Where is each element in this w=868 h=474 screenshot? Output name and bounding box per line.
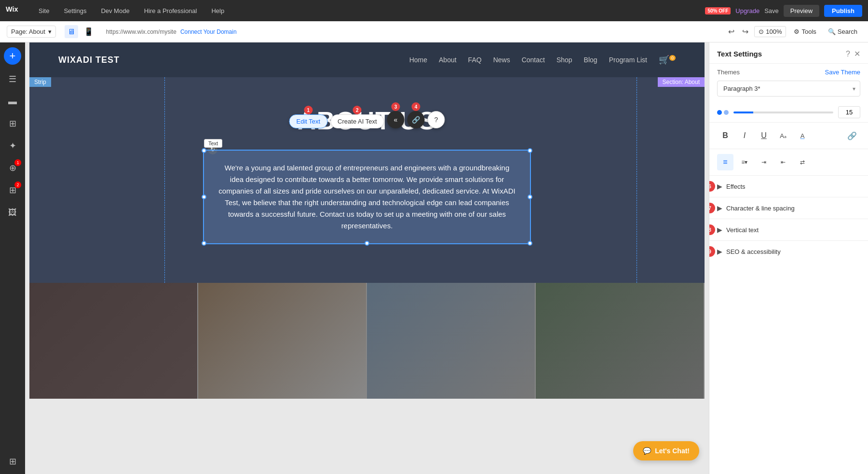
nav-contact[interactable]: Contact (522, 56, 545, 64)
nav-faq[interactable]: FAQ (468, 56, 482, 64)
device-icons: 🖥 📱 (65, 25, 96, 38)
upgrade-button[interactable]: Upgrade (735, 7, 760, 14)
resize-handle-top-left[interactable] (202, 148, 206, 153)
nav-site[interactable]: Site (36, 5, 52, 16)
nav-about[interactable]: About (439, 56, 457, 64)
resize-handle-middle-left[interactable] (202, 195, 206, 199)
url-text: https://www.wix.com/mysite (106, 28, 176, 35)
page-selector[interactable]: Page: About ▾ (7, 26, 56, 38)
resize-handle-bottom-right[interactable] (528, 241, 532, 246)
nav-shop[interactable]: Shop (556, 56, 572, 64)
resize-handle-bottom-left[interactable] (202, 241, 206, 246)
align-left-button[interactable]: ≡ (717, 154, 733, 170)
nav-news[interactable]: News (493, 56, 510, 64)
step-6-badge: 6 (709, 181, 715, 192)
cart-icon[interactable]: 🛒0 (659, 55, 676, 65)
color-dots (717, 110, 729, 115)
redo-button[interactable]: ↪ (740, 25, 750, 38)
strip-label: Strip (29, 77, 51, 87)
sidebar-apps-icon[interactable]: ⊞ 2 (3, 181, 22, 200)
resize-handle-top-right[interactable] (528, 148, 532, 153)
paragraph-selector[interactable]: Paragraph 3* (717, 81, 860, 97)
step-1-badge: 1 (304, 106, 312, 114)
sidebar-pages-icon[interactable]: ☰ (3, 70, 22, 89)
resize-handle-middle-right[interactable] (528, 195, 532, 199)
seo-accessibility-section[interactable]: 9 ▶ SEO & accessibility (709, 240, 868, 262)
font-size-row (709, 102, 868, 122)
edit-text-button[interactable]: Edit Text (289, 114, 327, 128)
nav-help[interactable]: Help (208, 5, 227, 16)
create-ai-text-button[interactable]: Create AI Text (330, 114, 384, 128)
page-name: Page: About (11, 28, 45, 35)
back-icon-button[interactable]: « (387, 111, 405, 128)
apps-badge: 2 (14, 181, 21, 188)
character-spacing-label: Character & line spacing (726, 205, 795, 212)
panel-close-button[interactable]: ✕ (854, 49, 860, 58)
help-icon-button[interactable]: ? (428, 111, 445, 128)
text-box-container[interactable]: We're a young and talented group of entr… (203, 150, 531, 244)
vertical-text-arrow-icon: ▶ (717, 226, 722, 234)
discount-badge: 50% OFF (705, 7, 731, 14)
nav-devmode[interactable]: Dev Mode (98, 5, 132, 16)
sidebar-media-icon[interactable]: ⊕ 1 (3, 158, 22, 178)
media-badge: 1 (14, 159, 21, 166)
add-element-button[interactable]: + (4, 47, 21, 65)
vertical-text-section[interactable]: 8 ▶ Vertical text (709, 219, 868, 240)
effects-section[interactable]: 6 ▶ Effects (709, 175, 868, 197)
nav-program-list[interactable]: Program List (609, 56, 647, 64)
save-theme-button[interactable]: Save Theme (825, 69, 860, 76)
publish-button[interactable]: Publish (824, 5, 862, 17)
highlight-button[interactable]: A (794, 127, 811, 144)
seo-arrow-icon: ▶ (717, 248, 722, 255)
undo-button[interactable]: ↩ (726, 25, 736, 38)
indent-increase-button[interactable]: ⇥ (756, 154, 772, 170)
section-about-label: Section: About (658, 77, 705, 87)
list-button[interactable]: ≡▾ (736, 154, 753, 170)
panel-help-button[interactable]: ? (846, 49, 850, 58)
panel-title: Text Settings (717, 50, 762, 58)
zoom-display[interactable]: ⊙ 100% (754, 26, 786, 37)
mobile-device-button[interactable]: 📱 (81, 25, 96, 38)
site-logo: WIXADI TEST (58, 55, 120, 65)
themes-label: Themes (717, 69, 740, 76)
sidebar-image-icon[interactable]: 🖼 (3, 203, 22, 222)
italic-button[interactable]: I (736, 127, 753, 144)
search-button[interactable]: 🔍 Search (824, 26, 861, 37)
character-spacing-section[interactable]: 7 ▶ Character & line spacing (709, 197, 868, 219)
resize-handle-bottom-middle[interactable] (365, 241, 369, 246)
font-size-input[interactable] (838, 106, 860, 118)
site-nav: Home About FAQ News Contact Shop Blog Pr… (409, 55, 676, 65)
indent-decrease-button[interactable]: ⇤ (775, 154, 791, 170)
desktop-device-button[interactable]: 🖥 (65, 25, 78, 38)
widgets-icon: ⊞ (9, 456, 16, 467)
nav-home[interactable]: Home (409, 56, 427, 64)
link-icon-button[interactable]: 🔗 (407, 111, 425, 128)
sidebar-widgets-icon[interactable]: ⊞ (3, 452, 22, 471)
bold-button[interactable]: B (717, 127, 733, 144)
color-dot-light-blue (724, 110, 729, 115)
sidebar-design-icon[interactable]: ✦ (3, 136, 22, 155)
preview-button[interactable]: Preview (784, 5, 819, 17)
sidebar-elements-icon[interactable]: ⊞ (3, 114, 22, 133)
sections-icon: ▬ (8, 97, 17, 107)
text-color-button[interactable]: Aₐ (775, 127, 791, 144)
paragraph-dropdown[interactable]: Paragraph 3* (717, 81, 860, 97)
font-size-slider[interactable] (733, 112, 833, 113)
chat-button[interactable]: 💬 Let's Chat! (633, 441, 699, 460)
sidebar-sections-icon[interactable]: ▬ (3, 92, 22, 111)
underline-button[interactable]: U (756, 127, 772, 144)
save-button[interactable]: Save (764, 7, 779, 14)
nav-settings[interactable]: Settings (61, 5, 89, 16)
site-header: WIXADI TEST Home About FAQ News Contact … (29, 42, 705, 77)
second-bar-right: ↩ ↪ ⊙ 100% ⚙ Tools 🔍 Search (726, 25, 861, 38)
text-direction-button[interactable]: ⇄ (794, 154, 811, 170)
nav-blog[interactable]: Blog (584, 56, 597, 64)
link-format-button[interactable]: 🔗 (844, 127, 860, 144)
search-label: Search (838, 28, 857, 35)
toolbar-item-2: 2 Create AI Text (330, 114, 384, 128)
tools-button[interactable]: ⚙ Tools (790, 26, 820, 37)
search-icon: 🔍 (828, 28, 836, 35)
connect-domain-link[interactable]: Connect Your Domain (180, 28, 237, 35)
photo-col-3 (367, 283, 536, 399)
nav-hire-professional[interactable]: Hire a Professional (141, 5, 200, 16)
